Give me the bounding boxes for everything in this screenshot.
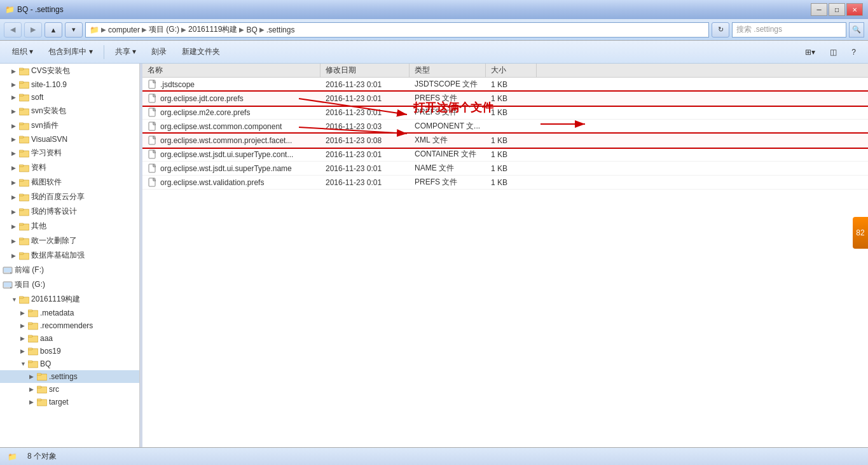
svg-rect-27 [19,253,24,254]
sidebar-item-recommenders[interactable]: ▶ .recommenders [0,319,139,332]
main-wrapper: ▶ CVS安装包▶ site-1.10.9▶ soft▶ svn安装包▶ svn… [0,64,868,465]
col-header-name[interactable]: 名称 [142,64,320,77]
svg-rect-3 [19,81,24,83]
organize-button[interactable]: 组织 ▾ [5,43,40,61]
file-name-1: org.eclipse.jdt.core.prefs [142,94,320,104]
col-header-date[interactable]: 修改日期 [320,64,410,77]
sidebar-label-metadata: .metadata [40,309,74,317]
back-button[interactable]: ◀ [4,22,22,38]
svg-rect-29 [4,268,11,272]
sidebar-item-other[interactable]: ▶ 其他 [0,219,139,233]
share-button[interactable]: 共享 ▾ [108,43,143,61]
view-options-button[interactable]: ⊞▾ [798,43,822,61]
sidebar-item-proj_g[interactable]: 项目 (G:) [0,277,139,292]
sidebar-label-study: 学习资料 [31,148,62,158]
file-size-4: 1 KB [486,136,537,145]
sidebar-item-site110[interactable]: ▶ site-1.10.9 [0,78,139,91]
maximize-button[interactable]: □ [829,3,845,16]
search-button[interactable]: 🔍 [849,22,864,38]
sidebar-item-blog[interactable]: ▶ 我的博客设计 [0,204,139,219]
sidebar-item-cvs[interactable]: ▶ CVS安装包 [0,64,139,78]
svg-rect-13 [19,150,24,152]
file-name-5: org.eclipse.wst.jsdt.ui.superType.cont..… [142,149,320,160]
sidebar-label-svn_install: svn安装包 [31,106,66,116]
search-box[interactable]: 搜索 .settings [732,22,846,38]
file-date-3: 2016-11-23 0:03 [320,122,410,131]
minimize-button[interactable]: ─ [811,3,827,16]
file-row[interactable]: org.eclipse.m2e.core.prefs 2016-11-23 0:… [142,106,868,120]
file-row[interactable]: org.eclipse.wst.validation.prefs 2016-11… [142,176,868,190]
file-name-0: .jsdtscope [142,80,320,90]
address-proj: 项目 (G:) [149,24,179,35]
sidebar-item-src[interactable]: ▶ src [0,383,139,396]
sidebar-label-other: 其他 [31,221,46,232]
sidebar-item-soft[interactable]: ▶ soft [0,91,139,104]
statusbar-count: 8 个对象 [27,451,57,462]
new-folder-button[interactable]: 新建文件夹 [175,43,227,61]
sidebar-label-bos19: bos19 [40,347,61,356]
down-arrow-button[interactable]: ▾ [65,22,83,38]
svg-point-33 [10,287,11,288]
file-row[interactable]: org.eclipse.wst.jsdt.ui.superType.cont..… [142,148,868,162]
sidebar-item-screenshot[interactable]: ▶ 截图软件 [0,175,139,190]
sidebar-item-visualsvn[interactable]: ▶ VisualSVN [0,133,139,146]
sidebar-label-bq: BQ [40,359,51,368]
sidebar-item-aaa[interactable]: ▶ aaa [0,332,139,345]
sidebar-item-material[interactable]: ▶ 资料 [0,160,139,175]
burn-button[interactable]: 刻录 [144,43,174,61]
refresh-button[interactable]: ↻ [712,22,729,38]
sidebar-item-settings[interactable]: ▶ .settings [0,370,139,383]
sidebar-item-delete[interactable]: ▶ 敢一次删除了 [0,233,139,248]
file-row[interactable]: org.eclipse.jdt.core.prefs 2016-11-23 0:… [142,92,868,106]
titlebar: 📁 BQ - .settings ─ □ ✕ [0,0,868,19]
include-button[interactable]: 包含到库中 ▾ [41,43,99,61]
sidebar-item-front_f[interactable]: 前端 (F:) [0,263,139,277]
sidebar-item-target2[interactable]: ▶ target [0,396,139,408]
address-box[interactable]: 📁 ▶ computer ▶ 项目 (G:) ▶ 20161119构建 ▶ BQ… [85,22,709,38]
toolbar-divider-1 [104,45,104,59]
file-date-2: 2016-11-23 0:01 [320,108,410,117]
sidebar-label-settings: .settings [49,372,78,381]
svg-rect-11 [19,136,24,138]
sidebar-item-bos19[interactable]: ▶ bos19 [0,345,139,357]
address-folder-icon: 📁 [90,25,99,34]
file-name-2: org.eclipse.m2e.core.prefs [142,108,320,118]
file-name-6: org.eclipse.wst.jsdt.ui.superType.name [142,163,320,174]
sidebar-item-metadata[interactable]: ▶ .metadata [0,307,139,319]
file-size-2: 1 KB [486,108,537,117]
side-scroll-button[interactable]: 82 [853,217,868,249]
address-settings: .settings [266,25,295,34]
file-date-7: 2016-11-23 0:01 [320,178,410,187]
svg-rect-51 [37,399,41,401]
preview-pane-button[interactable]: ◫ [823,43,844,61]
file-type-2: PREFS 文件 [410,107,486,118]
sidebar-item-bq[interactable]: ▼ BQ [0,357,139,370]
file-date-6: 2016-11-23 0:01 [320,164,410,173]
file-row[interactable]: org.eclipse.wst.jsdt.ui.superType.name 2… [142,162,868,176]
sidebar-item-svn_plugin[interactable]: ▶ svn插件 [0,118,139,133]
svg-rect-45 [28,361,32,363]
sidebar-label-build20161119: 20161119构建 [31,294,80,305]
sidebar-label-material: 资料 [31,162,46,173]
statusbar: 📁 8 个对象 [0,447,868,465]
help-button[interactable]: ? [844,43,863,61]
col-header-size[interactable]: 大小 [486,64,537,77]
file-row[interactable]: org.eclipse.wst.common.component 2016-11… [142,120,868,134]
file-row[interactable]: .jsdtscope 2016-11-23 0:01 JSDTSCOPE 文件 … [142,78,868,92]
file-row[interactable]: org.eclipse.wst.common.project.facet... … [142,134,868,148]
up-button[interactable]: ▲ [45,22,62,38]
sidebar-label-front_f: 前端 (F:) [15,265,44,275]
file-list-header: 名称 修改日期 类型 大小 [142,64,868,78]
sidebar-item-svn_install[interactable]: ▶ svn安装包 [0,104,139,118]
sidebar-item-build20161119[interactable]: ▼ 20161119构建 [0,292,139,307]
forward-button[interactable]: ▶ [24,22,42,38]
col-header-type[interactable]: 类型 [410,64,486,77]
close-button[interactable]: ✕ [846,3,863,16]
sidebar-item-baidu[interactable]: ▶ 我的百度云分享 [0,190,139,204]
sidebar-item-study[interactable]: ▶ 学习资料 [0,146,139,160]
toolbar: 组织 ▾ 包含到库中 ▾ 共享 ▾ 刻录 新建文件夹 ⊞▾ ◫ ? [0,41,868,64]
sidebar-label-baidu: 我的百度云分享 [31,191,85,202]
sidebar-label-screenshot: 截图软件 [31,177,62,188]
sidebar-item-db[interactable]: ▶ 数据库基础加强 [0,248,139,263]
svg-rect-47 [37,373,41,375]
